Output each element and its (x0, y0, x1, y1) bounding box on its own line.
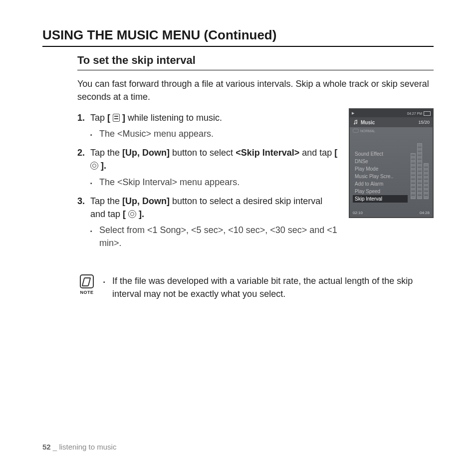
bullet-icon (90, 176, 99, 189)
page-number: 52 (42, 443, 51, 451)
step-3-updown: [Up, Down] (122, 196, 170, 206)
step-2-bracket-open: [ (334, 148, 337, 158)
footer-sep: _ (51, 443, 59, 451)
battery-icon (424, 111, 431, 116)
step-number: 2. (77, 146, 90, 172)
step-3-pre: Tap the (90, 196, 122, 206)
device-total-time: 04:28 (420, 211, 430, 215)
page-title-rule (42, 46, 434, 47)
device-sound-mode: NORMAL (350, 127, 433, 134)
step-text: Tap the [Up, Down] button to select a de… (90, 195, 340, 221)
select-ring-icon (128, 210, 136, 218)
eq-bar (411, 153, 416, 199)
step-1-sub-text: The <Music> menu appears. (99, 127, 340, 140)
step-1-bracket-open: [ (107, 113, 113, 123)
steps-list: 1. Tap [ ] while listening to music. The… (77, 108, 340, 255)
bullet-icon (103, 274, 112, 300)
step-1: 1. Tap [ ] while listening to music. (77, 111, 340, 124)
device-menu-item: DNSe (353, 158, 408, 165)
device-menu-item: Music Play Scre.. (353, 173, 408, 180)
note-body: If the file was developed with a variabl… (103, 274, 434, 300)
step-3-sub-text: Select from <1 Song>, <5 sec>, <10 sec>,… (99, 224, 340, 249)
manual-page: USING THE MUSIC MENU (Continued) To set … (0, 0, 476, 476)
device-status-bar: ▶ 04:27 PM (350, 109, 433, 117)
step-1-bracket-close: ] (120, 113, 125, 123)
eq-bar (424, 163, 429, 199)
device-time-row: 02:10 04:28 (353, 211, 430, 215)
step-text: Tap [ ] while listening to music. (90, 111, 340, 124)
note-label: NOTE (77, 289, 96, 296)
intro-text: You can fast forward through a file at v… (77, 77, 434, 103)
note-block: NOTE If the file was developed with a va… (77, 274, 434, 300)
step-2-sub: The <Skip Interval> menu appears. (90, 176, 340, 189)
step-2-mid2: and tap (299, 148, 334, 158)
step-1-post: while listening to music. (125, 113, 222, 123)
step-2-updown: [Up, Down] (122, 148, 170, 158)
eq-bar (417, 143, 422, 199)
device-menu-list: Sound Effect DNSe Play Mode Music Play S… (353, 150, 408, 203)
device-title-text: Music (361, 120, 375, 125)
bullet-icon (90, 224, 99, 249)
device-equalizer (411, 144, 431, 199)
select-ring-icon (90, 162, 98, 170)
step-2-bracket-close: ]. (98, 161, 106, 171)
section-title-rule (77, 70, 434, 70)
step-3: 3. Tap the [Up, Down] button to select a… (77, 195, 340, 221)
device-title-bar: Music 15/20 (350, 117, 433, 127)
step-1-pre: Tap (90, 113, 107, 123)
body-row: 1. Tap [ ] while listening to music. The… (77, 108, 434, 255)
step-2-skip: <Skip Interval> (236, 148, 299, 158)
device-menu-item: Play Speed (353, 188, 408, 195)
note-text: If the file was developed with a variabl… (112, 274, 434, 300)
device-menu-item: Play Mode (353, 165, 408, 173)
bullet-icon (90, 127, 99, 140)
device-menu-item: Add to Alarm (353, 180, 408, 188)
step-number: 3. (77, 195, 90, 221)
menu-icon (113, 114, 120, 122)
device-menu-item-selected: Skip Interval (353, 195, 408, 203)
step-3-bracket-close: ]. (136, 209, 144, 219)
device-screenshot: ▶ 04:27 PM Music 15/20 NORMAL (349, 108, 434, 218)
content-block: To set the skip interval You can fast fo… (77, 54, 434, 300)
note-icon (80, 274, 94, 288)
device-clock: 04:27 PM (407, 112, 422, 115)
device-track-count: 15/20 (418, 120, 430, 125)
note-icon-wrap: NOTE (77, 274, 96, 300)
step-2: 2. Tap the [Up, Down] button to select <… (77, 146, 340, 172)
page-title: USING THE MUSIC MENU (Continued) (42, 27, 434, 43)
step-3-bracket-open: [ (123, 209, 128, 219)
page-footer: 52 _ listening to music (42, 443, 116, 451)
section-title: To set the skip interval (77, 54, 434, 67)
step-2-mid: button to select (170, 148, 236, 158)
device-sound-mode-label: NORMAL (360, 129, 375, 133)
step-1-sub: The <Music> menu appears. (90, 127, 340, 140)
step-2-sub-text: The <Skip Interval> menu appears. (99, 176, 340, 189)
step-number: 1. (77, 111, 90, 124)
step-text: Tap the [Up, Down] button to select <Ski… (90, 146, 340, 172)
step-3-sub: Select from <1 Song>, <5 sec>, <10 sec>,… (90, 224, 340, 249)
music-note-icon (353, 119, 359, 125)
play-indicator-icon: ▶ (352, 111, 354, 115)
step-2-pre: Tap the (90, 148, 122, 158)
device-menu-item: Sound Effect (353, 150, 408, 158)
device-elapsed-time: 02:10 (353, 211, 363, 215)
footer-chapter: listening to music (59, 443, 116, 451)
